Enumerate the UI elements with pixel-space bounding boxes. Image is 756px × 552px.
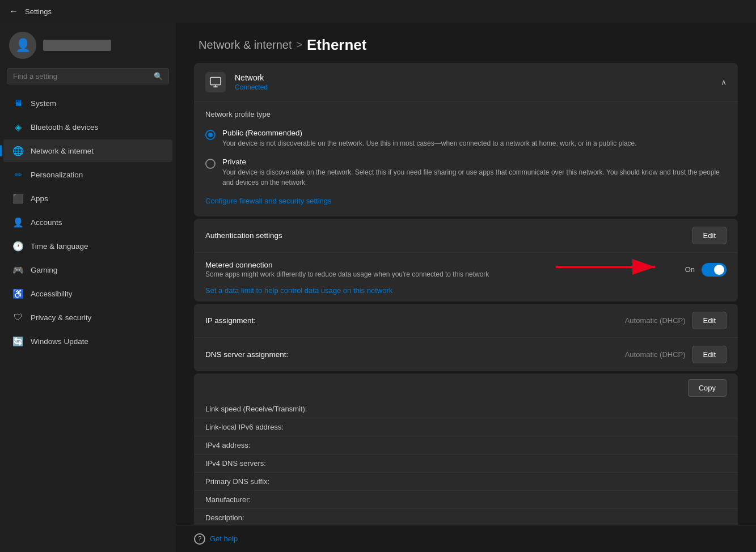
info-row-ipv4: IPv4 address: [194, 436, 738, 455]
nav-accounts[interactable]: 👤 Accounts [3, 211, 172, 233]
breadcrumb-current: Ethernet [307, 36, 366, 54]
nav-personalization-label: Personalization [31, 171, 83, 179]
metered-state: On [685, 265, 695, 274]
radio-private-desc: Your device is discoverable on the netwo… [222, 167, 727, 188]
apps-icon: ⬛ [12, 193, 24, 204]
dns-row-right: Automatic (DHCP) Edit [625, 346, 727, 363]
card-body: Network profile type Public (Recommended… [194, 101, 738, 216]
radio-public-btn[interactable] [205, 130, 216, 140]
info-row-ipv4-dns: IPv4 DNS servers: [194, 455, 738, 473]
nav-bluetooth-label: Bluetooth & devices [31, 123, 98, 131]
radio-private-title: Private [222, 158, 727, 166]
ip-edit-button[interactable]: Edit [692, 312, 727, 329]
card-header-left: Network Connected [205, 72, 268, 92]
dns-label: DNS server assignment: [205, 350, 288, 359]
bottom-bar: ? Get help [176, 525, 756, 552]
firewall-link[interactable]: Configure firewall and security settings [205, 192, 332, 207]
card-subtitle: Connected [235, 83, 268, 91]
back-button[interactable]: ← [7, 5, 20, 18]
metered-left: Metered connection Some apps might work … [205, 261, 489, 278]
dns-row-left: DNS server assignment: [205, 350, 288, 359]
nav-system[interactable]: 🖥 System [3, 92, 172, 114]
accounts-icon: 👤 [12, 216, 24, 228]
search-input[interactable] [13, 72, 149, 80]
ip-row: IP assignment: Automatic (DHCP) Edit [194, 304, 738, 338]
time-icon: 🕐 [12, 240, 24, 252]
metered-title: Metered connection [205, 261, 489, 269]
link-speed-key: Link speed (Receive/Transmit): [205, 405, 330, 413]
nav-time-label: Time & language [31, 242, 88, 250]
nav-update-label: Windows Update [31, 337, 88, 346]
privacy-icon: 🛡 [12, 312, 24, 323]
update-icon: 🔄 [12, 336, 24, 347]
nav-time[interactable]: 🕐 Time & language [3, 235, 172, 257]
nav-network-label: Network & internet [31, 147, 94, 155]
ipv6-key: Link-local IPv6 address: [205, 423, 330, 431]
radio-private-text: Private Your device is discoverable on t… [222, 158, 727, 188]
ip-row-right: Automatic (DHCP) Edit [625, 312, 727, 329]
profile-section-label: Network profile type [205, 102, 727, 124]
ipv4-dns-key: IPv4 DNS servers: [205, 459, 330, 468]
metered-row: Metered connection Some apps might work … [194, 253, 738, 302]
ip-row-left: IP assignment: [205, 316, 256, 325]
metered-top-row: Metered connection Some apps might work … [205, 261, 727, 278]
nav-personalization[interactable]: ✏ Personalization [3, 163, 172, 186]
user-icon: 👤 [15, 38, 31, 53]
nav-privacy[interactable]: 🛡 Privacy & security [3, 306, 172, 329]
card-title-group: Network Connected [235, 73, 268, 91]
info-row-dns-suffix: Primary DNS suffix: [194, 473, 738, 491]
copy-button[interactable]: Copy [688, 379, 727, 397]
manufacturer-key: Manufacturer: [205, 495, 330, 504]
info-row-ipv6: Link-local IPv6 address: [194, 418, 738, 436]
card-network-icon [205, 72, 226, 92]
auth-label: Authentication settings [205, 231, 282, 240]
radio-private[interactable]: Private Your device is discoverable on t… [205, 153, 727, 192]
dns-edit-button[interactable]: Edit [692, 346, 727, 363]
nav-accessibility[interactable]: ♿ Accessibility [3, 282, 172, 305]
breadcrumb-parent[interactable]: Network & internet [198, 39, 292, 52]
radio-public-text: Public (Recommended) Your device is not … [222, 129, 637, 148]
ipv4-key: IPv4 address: [205, 441, 330, 449]
breadcrumb-separator: > [297, 39, 303, 51]
help-icon: ? [194, 533, 205, 545]
search-icon: 🔍 [154, 72, 163, 80]
bluetooth-icon: ◈ [12, 121, 24, 133]
nav-apps-label: Apps [31, 194, 48, 203]
radio-public-desc: Your device is not discoverable on the n… [222, 138, 637, 148]
ip-label: IP assignment: [205, 316, 256, 325]
network-icon: 🌐 [12, 145, 24, 156]
radio-public-title: Public (Recommended) [222, 129, 637, 137]
nav-network[interactable]: 🌐 Network & internet [3, 139, 172, 162]
nav-gaming[interactable]: 🎮 Gaming [3, 258, 172, 281]
metered-toggle[interactable] [702, 263, 727, 277]
nav-bluetooth[interactable]: ◈ Bluetooth & devices [3, 116, 172, 138]
personalization-icon: ✏ [12, 169, 24, 180]
dns-row: DNS server assignment: Automatic (DHCP) … [194, 338, 738, 371]
nav-apps[interactable]: ⬛ Apps [3, 187, 172, 210]
auth-edit-button[interactable]: Edit [692, 227, 727, 244]
nav-privacy-label: Privacy & security [31, 313, 91, 322]
gaming-icon: 🎮 [12, 264, 24, 275]
ip-section: IP assignment: Automatic (DHCP) Edit DNS… [194, 304, 738, 371]
data-limit-link[interactable]: Set a data limit to help control data us… [205, 282, 392, 297]
nav-system-label: System [31, 99, 56, 108]
search-bar[interactable]: 🔍 [7, 68, 169, 84]
content-area: Network Connected ∧ Network profile type… [176, 63, 756, 552]
metered-right: On [685, 263, 727, 277]
titlebar: ← Settings [0, 0, 756, 23]
metered-desc: Some apps might work differently to redu… [205, 270, 489, 278]
card-title: Network [235, 73, 268, 82]
titlebar-title: Settings [25, 7, 52, 16]
help-link[interactable]: Get help [210, 534, 238, 543]
radio-public[interactable]: Public (Recommended) Your device is not … [205, 124, 727, 153]
dns-value: Automatic (DHCP) [625, 350, 686, 359]
card-header[interactable]: Network Connected ∧ [194, 63, 738, 101]
page-header: Network & internet > Ethernet [176, 23, 756, 63]
description-key: Description: [205, 513, 330, 522]
network-card: Network Connected ∧ Network profile type… [194, 63, 738, 216]
auth-right: Edit [692, 227, 727, 244]
user-section: 👤 [0, 23, 176, 66]
radio-private-btn[interactable] [205, 159, 216, 169]
auth-row: Authentication settings Edit [194, 219, 738, 253]
nav-update[interactable]: 🔄 Windows Update [3, 330, 172, 353]
